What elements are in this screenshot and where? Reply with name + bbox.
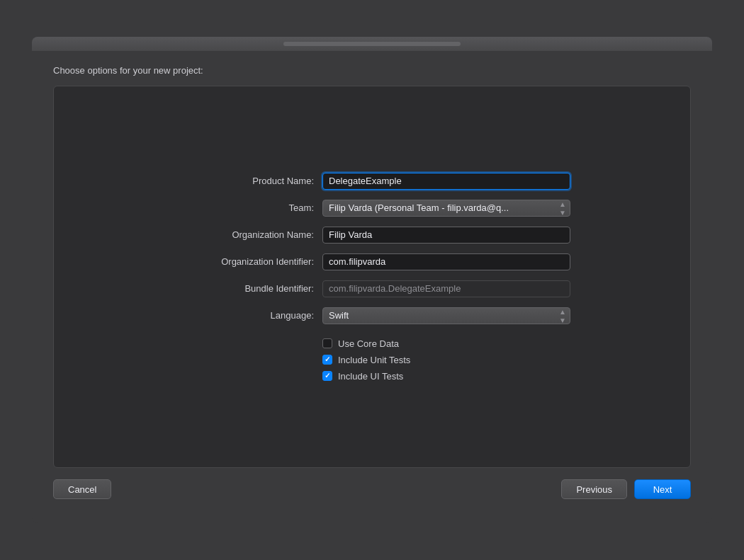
team-label: Team:: [174, 202, 322, 213]
dialog-body: Choose options for your new project: Pro…: [32, 51, 712, 523]
language-label: Language:: [174, 310, 322, 321]
cancel-button[interactable]: Cancel: [53, 479, 111, 499]
language-select-wrapper: Swift Objective-C ▲ ▼: [322, 307, 570, 324]
footer-right: Previous Next: [561, 479, 691, 499]
form-panel: Product Name: Team: Filip Varda (Persona…: [53, 86, 691, 468]
include-ui-tests-label: Include UI Tests: [338, 371, 403, 382]
footer: Cancel Previous Next: [53, 468, 691, 502]
include-ui-tests-checkbox[interactable]: [322, 371, 332, 381]
title-bar: [32, 37, 712, 51]
header-title: Choose options for your new project:: [53, 65, 203, 76]
org-identifier-label: Organization Identifier:: [174, 256, 322, 267]
bundle-identifier-input: [322, 280, 570, 297]
next-button[interactable]: Next: [634, 479, 691, 499]
include-unit-tests-row: Include Unit Tests: [322, 355, 570, 365]
team-row: Team: Filip Varda (Personal Team - filip…: [174, 200, 570, 217]
title-bar-inner: [283, 42, 461, 46]
language-select[interactable]: Swift Objective-C: [322, 307, 570, 324]
dialog-header: Choose options for your new project:: [53, 65, 691, 76]
team-select[interactable]: Filip Varda (Personal Team - filip.varda…: [322, 200, 570, 217]
form-rows: Product Name: Team: Filip Varda (Persona…: [75, 173, 669, 382]
team-select-wrapper: Filip Varda (Personal Team - filip.varda…: [322, 200, 570, 217]
checkboxes-area: Use Core Data Include Unit Tests Include…: [174, 338, 570, 382]
previous-button[interactable]: Previous: [561, 479, 627, 499]
product-name-input[interactable]: [322, 173, 570, 190]
org-name-input[interactable]: [322, 227, 570, 244]
org-identifier-input[interactable]: [322, 253, 570, 270]
org-name-label: Organization Name:: [174, 229, 322, 240]
bundle-identifier-label: Bundle Identifier:: [174, 283, 322, 294]
org-identifier-row: Organization Identifier:: [174, 253, 570, 270]
use-core-data-checkbox[interactable]: [322, 338, 332, 348]
product-name-row: Product Name:: [174, 173, 570, 190]
include-ui-tests-row: Include UI Tests: [322, 371, 570, 382]
use-core-data-label: Use Core Data: [338, 338, 399, 349]
language-row: Language: Swift Objective-C ▲ ▼: [174, 307, 570, 324]
org-name-row: Organization Name:: [174, 227, 570, 244]
include-unit-tests-checkbox[interactable]: [322, 355, 332, 365]
use-core-data-row: Use Core Data: [322, 338, 570, 349]
product-name-label: Product Name:: [174, 176, 322, 186]
bundle-identifier-row: Bundle Identifier:: [174, 280, 570, 297]
include-unit-tests-label: Include Unit Tests: [338, 355, 410, 365]
dialog: Choose options for your new project: Pro…: [32, 37, 712, 523]
